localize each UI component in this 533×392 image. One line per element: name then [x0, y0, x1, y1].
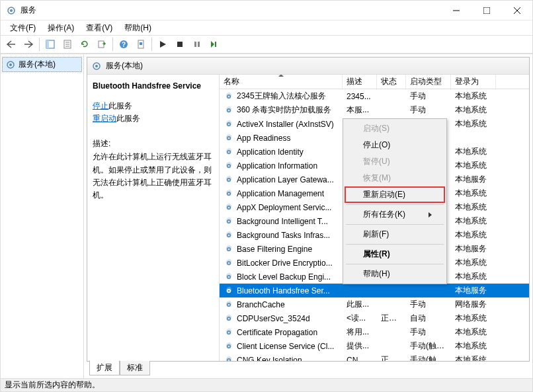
tab-standard[interactable]: 标准 [120, 361, 150, 375]
service-name-cell: ActiveX Installer (AxInstSV) [220, 119, 343, 130]
service-row[interactable]: BranchCache此服...手动网络服务 [220, 297, 529, 311]
show-hide-console-tree-button[interactable] [42, 36, 58, 52]
status-text: 显示当前所选内容的帮助。 [5, 379, 100, 391]
menu-action[interactable]: 操作(A) [42, 21, 79, 35]
service-name-cell: Application Information [220, 161, 343, 171]
service-logon-cell: 本地系统 [451, 202, 496, 213]
service-name-cell: Base Filtering Engine [220, 244, 343, 255]
stop-service-button[interactable] [172, 36, 188, 52]
service-name-cell: Application Layer Gatewa... [220, 175, 343, 185]
refresh-button[interactable] [77, 36, 93, 52]
menu-view[interactable]: 查看(V) [81, 21, 118, 35]
toolbar: ? [1, 35, 532, 54]
gear-icon [91, 61, 102, 71]
tab-extended[interactable]: 扩展 [89, 360, 120, 375]
description-text: 允许在此计算机上运行无线蓝牙耳机。如果停止或禁用了此设备，则无法在此计算机上正确… [93, 151, 214, 202]
service-row[interactable]: 360 杀毒实时防护加载服务本服...手动本地系统 [220, 103, 529, 117]
svg-rect-16 [140, 42, 142, 45]
service-row[interactable]: CNG Key IsolationCN...正在...手动(触发...本地系统 [220, 353, 529, 361]
help-button[interactable]: ? [116, 36, 132, 52]
view-tabs: 扩展 标准 [87, 361, 530, 375]
maximize-button[interactable] [472, 1, 502, 20]
separator [346, 264, 444, 264]
menu-file[interactable]: 文件(F) [5, 21, 41, 35]
tree-root-services-local[interactable]: 服务(本地) [2, 57, 82, 72]
service-name-cell: CDPUserSvc_3524d [220, 313, 343, 324]
svg-point-22 [9, 63, 12, 66]
context-menu-resume: 恢复(M) [345, 170, 445, 186]
minimize-button[interactable] [441, 1, 472, 20]
svg-point-1 [10, 9, 13, 12]
svg-point-24 [95, 65, 98, 67]
service-logon-cell: 本地服务 [451, 243, 496, 255]
sort-indicator-icon [278, 75, 284, 77]
tree-root-label: 服务(本地) [19, 59, 56, 70]
context-menu-help[interactable]: 帮助(H) [345, 266, 445, 282]
service-logon-cell: 本地系统 [451, 146, 496, 157]
service-desc-cell: 此服... [343, 299, 377, 310]
context-menu-refresh[interactable]: 刷新(F) [345, 226, 445, 243]
service-name-cell: Application Management [220, 188, 343, 199]
service-name-cell: 360 杀毒实时防护加载服务 [220, 104, 343, 116]
service-startup-cell: 自动 [406, 313, 451, 324]
column-header-name-label: 名称 [224, 76, 239, 87]
context-menu-all-tasks[interactable]: 所有任务(K) [345, 206, 445, 223]
column-header-description[interactable]: 描述 [343, 75, 377, 89]
service-startup-cell: 手动 [406, 299, 451, 310]
service-startup-cell: 手动 [406, 91, 451, 102]
column-header-name[interactable]: 名称 [220, 75, 343, 89]
context-menu-restart[interactable]: 重新启动(E) [345, 186, 445, 203]
svg-rect-20 [215, 42, 216, 47]
service-name-cell: Background Tasks Infras... [220, 230, 343, 241]
service-logon-cell: 本地系统 [451, 188, 496, 199]
stop-suffix: 此服务 [108, 101, 132, 110]
service-row[interactable]: Bluetooth Handsfree Ser...本地服务 [220, 284, 529, 297]
service-logon-cell: 本地系统 [451, 104, 496, 116]
service-name-cell: Background Intelligent T... [220, 216, 343, 227]
context-menu-properties[interactable]: 属性(R) [345, 246, 445, 262]
close-button[interactable] [502, 1, 532, 20]
service-desc-cell: 将用... [343, 327, 377, 338]
start-service-button[interactable] [155, 36, 171, 52]
titlebar: 服务 [1, 1, 532, 20]
service-logon-cell: 本地系统 [451, 229, 496, 241]
column-header-status[interactable]: 状态 [377, 75, 406, 89]
service-logon-cell: 本地系统 [451, 340, 496, 352]
properties-button[interactable] [60, 36, 75, 52]
column-header-startup[interactable]: 启动类型 [406, 75, 451, 89]
service-startup-cell: 手动(触发... [406, 340, 451, 352]
restart-service-link[interactable]: 重启动 [93, 114, 116, 123]
back-button[interactable] [3, 36, 19, 52]
export-list-button[interactable] [94, 36, 110, 52]
service-startup-cell: 手动 [406, 104, 451, 116]
context-menu: 启动(S) 停止(O) 暂停(U) 恢复(M) 重新启动(E) 所有任务(K) … [343, 118, 447, 284]
separator [151, 38, 152, 51]
context-menu-start: 启动(S) [345, 120, 445, 137]
gear-icon [5, 59, 16, 70]
service-row[interactable]: CDPUserSvc_3524d<读...正在...自动本地系统 [220, 311, 529, 325]
forward-button[interactable] [20, 36, 36, 52]
service-name-cell: Application Identity [220, 147, 343, 157]
service-logon-cell: 本地系统 [451, 271, 496, 282]
svg-rect-3 [483, 7, 490, 14]
service-logon-cell: 本地系统 [451, 257, 496, 268]
service-row[interactable]: 2345王牌输入法核心服务2345...手动本地系统 [220, 89, 529, 103]
pause-service-button[interactable] [189, 36, 205, 52]
detail-pane: Bluetooth Handsfree Service 停止此服务 重启动此服务… [87, 75, 220, 361]
separator [112, 38, 113, 51]
context-menu-stop[interactable]: 停止(O) [345, 137, 445, 153]
service-name-cell: AppX Deployment Servic... [220, 202, 343, 213]
service-row[interactable]: Client License Service (Cl...提供...手动(触发.… [220, 339, 529, 353]
restart-service-button[interactable] [206, 36, 222, 52]
stop-service-link[interactable]: 停止 [93, 101, 108, 110]
separator [39, 38, 40, 51]
column-header-logon[interactable]: 登录为 [451, 75, 496, 89]
service-logon-cell: 本地系统 [451, 313, 496, 324]
menubar: 文件(F) 操作(A) 查看(V) 帮助(H) [1, 20, 532, 35]
doc-button[interactable] [133, 36, 149, 52]
app-icon [6, 5, 17, 16]
service-name-cell: Certificate Propagation [220, 327, 343, 338]
svg-rect-17 [177, 42, 183, 47]
service-row[interactable]: Certificate Propagation将用...手动本地系统 [220, 325, 529, 339]
menu-help[interactable]: 帮助(H) [119, 21, 157, 35]
